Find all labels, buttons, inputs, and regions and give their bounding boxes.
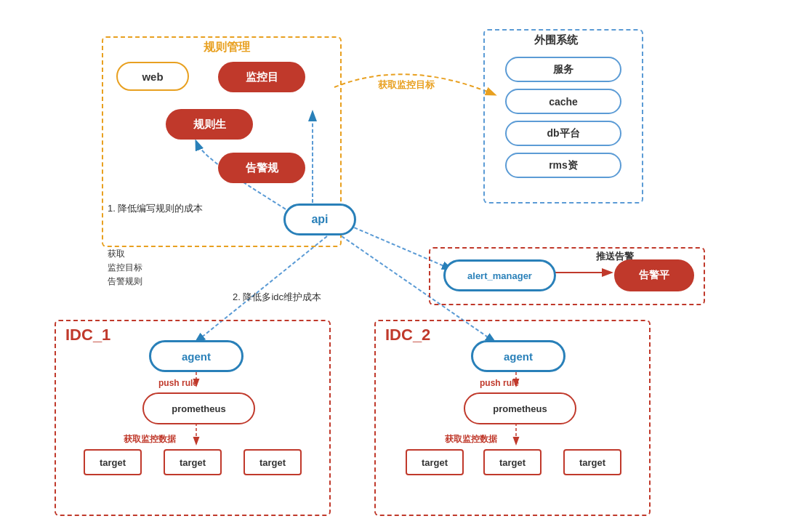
prometheus1-box: prometheus bbox=[142, 392, 255, 424]
target1c-box: target bbox=[243, 449, 302, 475]
huoqu-label: 获取监控目标 bbox=[378, 78, 435, 92]
target2c-box: target bbox=[563, 449, 621, 475]
gaojinggui-box: 告警规 bbox=[218, 153, 305, 183]
web-box: web bbox=[116, 62, 189, 91]
idc2-label: IDC_2 bbox=[385, 326, 430, 344]
push-rule2-label: push rule bbox=[480, 378, 519, 388]
huoqu2-label: 获取 监控目标 告警规则 bbox=[108, 247, 142, 289]
guizesheng-box: 规则生 bbox=[166, 109, 253, 140]
target2a-box: target bbox=[406, 449, 464, 475]
foreign-service: 服务 bbox=[505, 57, 621, 82]
gaojingping-box: 告警平 bbox=[614, 259, 694, 291]
foreign-system-label: 外围系统 bbox=[534, 33, 578, 47]
target1a-box: target bbox=[84, 449, 142, 475]
foreign-db: db平台 bbox=[505, 121, 621, 146]
huoqu-data2-label: 获取监控数据 bbox=[445, 433, 497, 446]
jiankongmu-box: 监控目 bbox=[218, 62, 305, 92]
diagram: 规则管理 web 监控目 规则生 告警规 1. 降低编写规则的成本 api 外围… bbox=[0, 0, 785, 532]
huoqu-data1-label: 获取监控数据 bbox=[124, 433, 176, 446]
api-box: api bbox=[283, 203, 356, 235]
step1-label: 1. 降低编写规则的成本 bbox=[108, 202, 203, 215]
target1b-box: target bbox=[164, 449, 222, 475]
guize-guanli-label: 规则管理 bbox=[204, 40, 250, 55]
foreign-rms: rms资 bbox=[505, 153, 621, 178]
alert-manager-box: alert_manager bbox=[443, 259, 556, 291]
prometheus2-box: prometheus bbox=[464, 392, 576, 424]
foreign-cache: cache bbox=[505, 89, 621, 114]
target2b-box: target bbox=[483, 449, 542, 475]
push-rule1-label: push rule bbox=[158, 378, 198, 388]
agent2-box: agent bbox=[471, 340, 565, 372]
agent1-box: agent bbox=[149, 340, 243, 372]
idc1-label: IDC_1 bbox=[65, 326, 110, 344]
step2-label: 2. 降低多idc维护成本 bbox=[233, 291, 321, 304]
